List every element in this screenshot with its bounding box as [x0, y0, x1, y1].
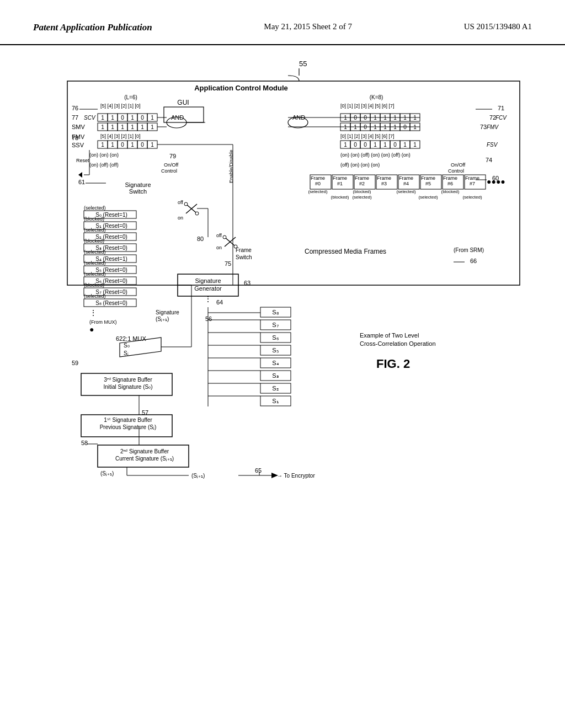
ref-61: 61	[78, 179, 85, 185]
scv2: 0	[121, 115, 124, 121]
ref-75: 75	[225, 260, 231, 267]
ssv4: 0	[141, 142, 144, 148]
scv3: 1	[131, 115, 134, 121]
example-label1: Example of Two Level	[360, 332, 419, 339]
ssv1: 1	[111, 142, 114, 148]
smv0: 1	[101, 124, 104, 130]
scv4: 0	[141, 115, 144, 121]
frame5-label: Frame	[421, 175, 435, 181]
frame6-num: #6	[447, 181, 453, 186]
frame4-label: Frame	[399, 175, 413, 181]
frame5-num: #5	[425, 181, 431, 186]
ref-64: 64	[216, 299, 223, 306]
svg-point-74	[223, 235, 226, 239]
fsv-right: FSV	[487, 142, 498, 148]
indices-71: [0] [1] [2] [3] [4] [5] [6] [7]	[340, 103, 395, 109]
scv0: 1	[101, 115, 104, 121]
onoff-left-label1: (on) (on) (on)	[89, 152, 119, 158]
scv1: 1	[111, 115, 114, 121]
onoff-right-label1: (on) (on) (off) (on) (on) (off) (on)	[340, 152, 411, 158]
diagram-area: 55 Application Control Module GUI (L=6) …	[0, 45, 565, 707]
frame2-label: Frame	[355, 175, 369, 181]
dots-frommux2: ●	[89, 325, 94, 334]
frame7-num: #7	[470, 181, 475, 186]
s3-blocked: (blocked)	[84, 238, 104, 244]
publication-label: Patent Application Publication	[33, 22, 152, 33]
frame3-label: Frame	[377, 175, 391, 181]
mux-sj: Sⱼ	[124, 350, 129, 356]
on-label: on	[178, 215, 183, 221]
s0-selected: (selected)	[84, 205, 106, 211]
frame2b-status: (selected)	[352, 195, 371, 200]
s8-right: S₈	[272, 309, 279, 315]
s4-selected: (selected)	[84, 249, 106, 255]
signature-label: Signature	[156, 309, 179, 315]
sheet-label: May 21, 2015 Sheet 2 of 7	[264, 22, 352, 31]
frame6-status: (blocked)	[441, 189, 460, 194]
s7-blocked: (blocked)	[84, 282, 104, 288]
onoff-ctrl-right2: Control	[448, 168, 464, 174]
ref-58: 58	[81, 440, 88, 446]
ref-59: 59	[72, 360, 78, 366]
ssv3: 1	[131, 142, 134, 148]
frame0-num: #0	[315, 181, 321, 186]
frame-sw-on: on	[216, 245, 222, 250]
ref-62: 62	[116, 335, 122, 342]
fsv6: 1	[403, 142, 407, 148]
s1-right: S₁	[272, 398, 278, 404]
sj1-right-label: (Sⱼ₊₁)	[191, 473, 205, 479]
onoff-ctrl-left: On/Off	[164, 162, 179, 168]
s8-selected: (selected)	[84, 293, 106, 299]
s2-selected: (selected)	[84, 227, 106, 233]
scv5: 1	[151, 115, 154, 121]
s2-right: S₂	[272, 385, 278, 392]
frame0-label: Frame	[311, 175, 325, 181]
s6-right: S₆	[272, 334, 279, 341]
from-mux-label: (From MUX)	[89, 319, 117, 325]
svg-point-70	[184, 202, 188, 206]
fsv4: 1	[383, 142, 387, 148]
module-title: Application Control Module	[194, 84, 288, 92]
s7-right: S₇	[272, 322, 278, 328]
fsv0: 1	[344, 142, 347, 148]
frame5b-status: (selected)	[418, 195, 438, 200]
s1-blocked: (blocked)	[84, 216, 104, 222]
onoff-ctrl-right: On/Off	[451, 162, 466, 168]
frame2-num: #2	[359, 181, 365, 186]
ref-79: 79	[169, 153, 176, 159]
sig-buf-3rd-label: 3ʳᵈ Signature Buffer	[104, 377, 152, 383]
ssv0: 1	[101, 142, 104, 148]
fcv-label: FCV	[495, 115, 507, 121]
sig-gen-dots: ⋮	[204, 295, 212, 303]
fsv7: 1	[413, 142, 417, 148]
k8-label: (K=8)	[370, 94, 383, 100]
sig-switch-label2: Switch	[129, 188, 147, 195]
ref-55: 55	[299, 60, 307, 68]
sig-buf-1st-label2: Previous Signature (Sⱼ)	[100, 424, 157, 430]
patent-diagram: 55 Application Control Module GUI (L=6) …	[34, 56, 531, 696]
frame1-num: #1	[337, 181, 343, 186]
ref-78: 78	[72, 135, 78, 141]
frame-switch-label2: Switch	[236, 254, 252, 260]
sig-gen-label2: Generator	[194, 285, 222, 292]
patent-number: US 2015/139480 A1	[464, 22, 532, 31]
frame0-status: (selected)	[308, 189, 327, 194]
ref-65: 65	[255, 467, 262, 474]
ref-80: 80	[197, 235, 204, 242]
scv-label: SCV	[84, 115, 96, 121]
s4-right: S₄	[272, 360, 279, 366]
ssv2: 0	[121, 142, 124, 148]
ref-73: 73	[480, 124, 487, 130]
frame3-num: #3	[381, 181, 387, 186]
from-srm: (From SRM)	[454, 247, 484, 253]
smv2: 1	[121, 124, 124, 130]
page: Patent Application Publication May 21, 2…	[0, 0, 565, 728]
frame6-label: Frame	[443, 175, 457, 181]
fmv-right: FMV	[487, 124, 499, 130]
frame-sw-off: off	[216, 233, 222, 238]
frame1b-status: (blocked)	[331, 195, 349, 200]
onoff-left-label2: (on) (off) (off)	[89, 162, 119, 168]
frame4-status: (selected)	[396, 189, 415, 194]
s8-label: S₈ (Reset=0)	[95, 300, 127, 306]
s3-right: S₃	[272, 372, 278, 379]
